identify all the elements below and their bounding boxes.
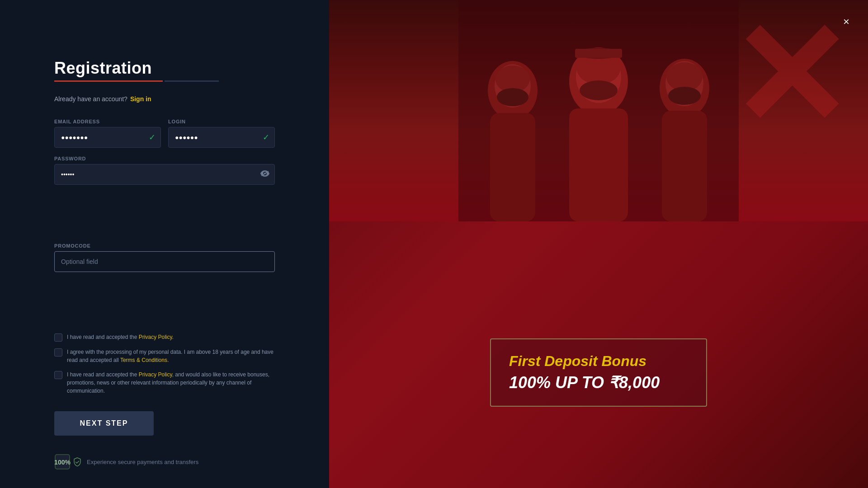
- secure-badge: 100%: [54, 454, 82, 470]
- email-login-row: EMAIL ADDRESS ✓ LOGIN ✓: [54, 119, 275, 148]
- players-scene: [329, 0, 868, 221]
- checkbox-2-text: I agree with the processing of my person…: [67, 348, 275, 364]
- svg-point-13: [580, 80, 618, 100]
- next-step-button[interactable]: NEXT STEP: [54, 411, 154, 436]
- svg-rect-15: [575, 49, 622, 58]
- checkbox-row-3: I have read and accepted the Privacy Pol…: [54, 371, 275, 395]
- svg-point-8: [497, 88, 528, 106]
- svg-point-20: [668, 87, 701, 105]
- privacy-policy-link-2[interactable]: Privacy Policy: [139, 371, 172, 378]
- left-panel: Registration Already have an account? Si…: [0, 0, 329, 488]
- privacy-policy-link-1[interactable]: Privacy Policy.: [139, 334, 174, 340]
- svg-rect-17: [662, 111, 707, 221]
- secure-text: Experience secure payments and transfers: [87, 459, 198, 465]
- login-check-icon: ✓: [263, 132, 269, 142]
- step-indicator: [54, 80, 275, 83]
- login-group: LOGIN ✓: [168, 119, 275, 148]
- login-label: LOGIN: [168, 119, 275, 124]
- checkbox-1-text: I have read and accepted the Privacy Pol…: [67, 333, 174, 341]
- promocode-input[interactable]: [54, 251, 275, 272]
- email-group: EMAIL ADDRESS ✓: [54, 119, 161, 148]
- password-input-wrapper: [54, 164, 275, 185]
- login-input[interactable]: [168, 127, 275, 148]
- password-label: PASSWORD: [54, 156, 275, 161]
- checkbox-2[interactable]: [54, 348, 62, 357]
- signin-row: Already have an account? Sign in: [54, 95, 275, 103]
- step-1-indicator: [54, 80, 163, 82]
- checkbox-3-text: I have read and accepted the Privacy Pol…: [67, 371, 275, 395]
- page-title: Registration: [54, 59, 275, 78]
- step-2-indicator: [165, 80, 219, 82]
- bonus-amount: 100% UP TO ₹8,000: [509, 373, 688, 392]
- signin-prompt: Already have an account?: [54, 95, 127, 103]
- terms-conditions-link[interactable]: Terms & Conditions.: [120, 357, 169, 363]
- shield-check-icon: [72, 457, 82, 467]
- svg-rect-5: [490, 113, 535, 221]
- bonus-box: First Deposit Bonus 100% UP TO ₹8,000: [490, 338, 707, 407]
- close-button[interactable]: ×: [838, 14, 854, 30]
- email-input[interactable]: [54, 127, 161, 148]
- toggle-password-icon[interactable]: [260, 170, 269, 178]
- promocode-label: PROMOCODE: [54, 243, 275, 249]
- email-check-icon: ✓: [149, 132, 156, 142]
- signin-link[interactable]: Sign in: [130, 95, 151, 103]
- checkbox-3[interactable]: [54, 371, 62, 379]
- players-svg: [329, 0, 868, 221]
- login-input-wrapper: ✓: [168, 127, 275, 148]
- password-group: PASSWORD: [54, 156, 275, 235]
- secure-icon: 100%: [54, 454, 71, 470]
- password-input[interactable]: [54, 164, 275, 185]
- right-panel: ✕: [329, 0, 868, 488]
- checkbox-row-2: I agree with the processing of my person…: [54, 348, 275, 364]
- checkbox-row-1: I have read and accepted the Privacy Pol…: [54, 333, 275, 342]
- email-input-wrapper: ✓: [54, 127, 161, 148]
- bonus-title: First Deposit Bonus: [509, 353, 688, 370]
- checkboxes-group: I have read and accepted the Privacy Pol…: [54, 333, 275, 395]
- email-label: EMAIL ADDRESS: [54, 119, 161, 124]
- promocode-group: PROMOCODE: [54, 243, 275, 322]
- svg-rect-10: [569, 108, 628, 221]
- secure-row: 100% Experience secure payments and tran…: [54, 454, 275, 470]
- checkbox-1[interactable]: [54, 333, 62, 342]
- svg-text:100%: 100%: [54, 459, 71, 466]
